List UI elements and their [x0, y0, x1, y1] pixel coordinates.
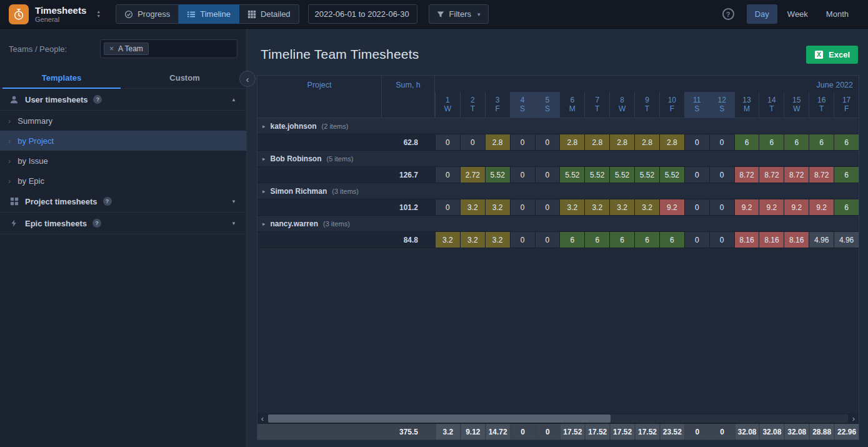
section-header-project[interactable]: Project timesheets?▼ [0, 191, 246, 213]
timesheet-cell[interactable]: 3.2 [634, 199, 659, 215]
timesheet-cell[interactable]: 0 [535, 134, 560, 150]
day-column-header-14[interactable]: 14T [759, 92, 784, 118]
timesheet-cell[interactable]: 6 [609, 232, 634, 248]
timesheet-cell[interactable]: 6 [634, 232, 659, 248]
help-icon[interactable]: ? [722, 8, 734, 20]
timesheet-cell[interactable]: 8.16 [734, 232, 759, 248]
timesheet-cell[interactable]: 9.2 [759, 199, 784, 215]
timesheet-cell[interactable]: 0 [460, 134, 485, 150]
group-row-simon-richman[interactable]: ▸Simon Richman(3 items) [257, 183, 859, 199]
timesheet-cell[interactable]: 8.72 [809, 167, 834, 183]
excel-export-button[interactable]: X Excel [806, 46, 858, 64]
day-column-header-7[interactable]: 7T [584, 92, 609, 118]
sidebar-collapse-button[interactable]: ‹ [239, 71, 256, 87]
timesheet-cell[interactable]: 6 [734, 134, 759, 150]
section-header-user[interactable]: User timesheets?▲ [0, 89, 246, 111]
timesheet-cell[interactable]: 0 [684, 199, 709, 215]
timesheet-cell[interactable]: 4.96 [809, 232, 834, 248]
timesheet-cell[interactable]: 3.2 [460, 199, 485, 215]
timesheet-cell[interactable]: 3.2 [485, 232, 510, 248]
day-column-header-16[interactable]: 16T [809, 92, 834, 118]
project-column-header[interactable]: Project [257, 76, 382, 118]
timesheet-cell[interactable]: 0 [435, 167, 460, 183]
timesheet-cell[interactable]: 0 [435, 134, 460, 150]
timesheet-cell[interactable]: 0 [535, 167, 560, 183]
timesheet-cell[interactable]: 0 [435, 199, 460, 215]
group-row-nancy-warren[interactable]: ▸nancy.warren(3 items) [257, 216, 859, 232]
timesheet-cell[interactable]: 0 [510, 199, 535, 215]
timesheet-cell[interactable]: 4.96 [834, 232, 859, 248]
day-column-header-11[interactable]: 11S [684, 92, 709, 118]
timesheet-cell[interactable]: 2.8 [584, 134, 609, 150]
timesheet-cell[interactable]: 2.8 [485, 134, 510, 150]
group-row-kate-johnson[interactable]: ▸kate.johnson(2 items) [257, 118, 859, 134]
timesheet-cell[interactable]: 8.16 [759, 232, 784, 248]
timesheet-cell[interactable]: 6 [834, 199, 859, 215]
view-button-timeline[interactable]: Timeline [179, 4, 239, 24]
view-button-detailed[interactable]: Detailed [239, 4, 299, 24]
timesheet-cell[interactable]: 6 [584, 232, 609, 248]
timesheet-cell[interactable]: 5.52 [609, 167, 634, 183]
timesheet-cell[interactable]: 0 [510, 232, 535, 248]
timesheet-cell[interactable]: 6 [759, 134, 784, 150]
scrollbar-track[interactable] [268, 414, 848, 423]
timesheet-cell[interactable]: 0 [535, 232, 560, 248]
day-column-header-15[interactable]: 15W [784, 92, 809, 118]
teams-people-input[interactable]: × A Team [100, 39, 237, 58]
timesheet-cell[interactable]: 3.2 [460, 232, 485, 248]
app-logo[interactable] [9, 4, 29, 24]
timesheet-cell[interactable]: 0 [709, 134, 734, 150]
day-column-header-8[interactable]: 8W [609, 92, 634, 118]
day-column-header-9[interactable]: 9T [634, 92, 659, 118]
timesheet-cell[interactable]: 5.52 [584, 167, 609, 183]
sidebar-item-by-epic[interactable]: ›by Epic [0, 171, 246, 191]
sidebar-item-summary[interactable]: ›Summary [0, 111, 246, 131]
timesheet-cell[interactable]: 9.2 [734, 199, 759, 215]
timesheet-cell[interactable]: 3.2 [584, 199, 609, 215]
dashboard-switcher[interactable]: ▲ ▼ [96, 10, 101, 19]
remove-chip-icon[interactable]: × [109, 44, 114, 53]
timesheet-cell[interactable]: 0 [684, 167, 709, 183]
help-icon[interactable]: ? [92, 219, 101, 228]
timesheet-cell[interactable]: 5.52 [559, 167, 584, 183]
timesheet-cell[interactable]: 3.2 [559, 199, 584, 215]
timesheet-cell[interactable]: 3.2 [485, 199, 510, 215]
day-column-header-5[interactable]: 5S [535, 92, 560, 118]
timesheet-cell[interactable]: 8.16 [784, 232, 809, 248]
timesheet-cell[interactable]: 6 [809, 134, 834, 150]
timesheet-cell[interactable]: 0 [709, 167, 734, 183]
day-column-header-4[interactable]: 4S [510, 92, 535, 118]
timesheet-cell[interactable]: 0 [535, 199, 560, 215]
timesheet-cell[interactable]: 8.72 [734, 167, 759, 183]
timesheet-cell[interactable]: 8.72 [784, 167, 809, 183]
group-row-bob-robinson[interactable]: ▸Bob Robinson(5 items) [257, 151, 859, 167]
timesheet-cell[interactable]: 0 [510, 167, 535, 183]
timesheet-cell[interactable]: 9.2 [784, 199, 809, 215]
day-column-header-13[interactable]: 13M [734, 92, 759, 118]
timesheet-cell[interactable]: 0 [709, 199, 734, 215]
sidebar-item-by-project[interactable]: ›by Project [0, 131, 246, 151]
timesheet-cell[interactable]: 8.72 [759, 167, 784, 183]
timesheet-cell[interactable]: 2.72 [460, 167, 485, 183]
scroll-left-icon[interactable]: ‹ [257, 413, 267, 423]
filters-button[interactable]: Filters ▾ [429, 4, 489, 24]
sidebar-item-by-issue[interactable]: ›by Issue [0, 151, 246, 171]
view-button-progress[interactable]: Progress [116, 4, 179, 24]
timesheet-cell[interactable]: 0 [510, 134, 535, 150]
section-header-epic[interactable]: Epic timesheets?▼ [0, 213, 246, 234]
tab-templates[interactable]: Templates [0, 68, 123, 88]
help-icon[interactable]: ? [93, 95, 102, 104]
day-column-header-12[interactable]: 12S [709, 92, 734, 118]
timesheet-cell[interactable]: 0 [709, 232, 734, 248]
scroll-right-icon[interactable]: › [849, 413, 859, 423]
day-column-header-6[interactable]: 6M [559, 92, 584, 118]
timesheet-cell[interactable]: 6 [559, 232, 584, 248]
sum-column-header[interactable]: Sum, h [382, 76, 435, 118]
zoom-button-month[interactable]: Month [818, 4, 857, 24]
timesheet-cell[interactable]: 9.2 [809, 199, 834, 215]
tab-custom[interactable]: Custom [123, 68, 246, 88]
zoom-button-day[interactable]: Day [747, 4, 777, 24]
date-range-input[interactable]: 2022-06-01 to 2022-06-30 [308, 4, 417, 24]
timesheet-cell[interactable]: 0 [684, 134, 709, 150]
timesheet-cell[interactable]: 6 [834, 134, 859, 150]
